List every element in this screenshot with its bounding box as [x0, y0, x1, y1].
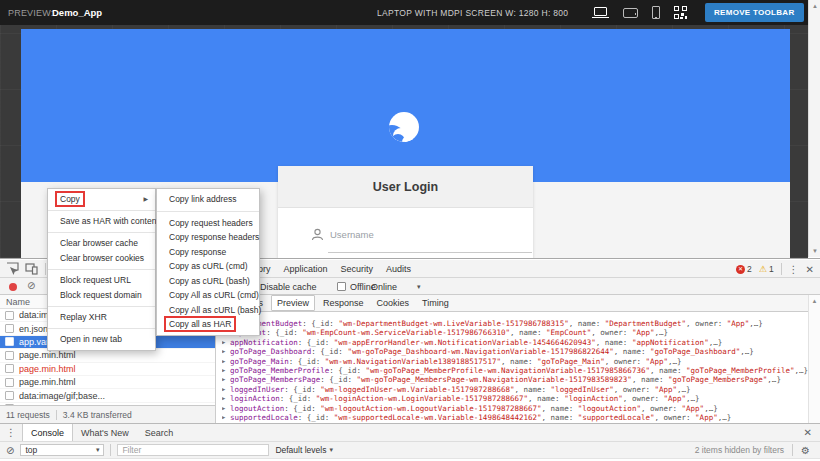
username-field[interactable]: Username	[330, 229, 374, 240]
menu-item-copy-all-as-curl-bash[interactable]: Copy All as cURL (bash)	[157, 303, 259, 318]
menu-item-label: Copy All as cURL (cmd)	[169, 290, 259, 300]
expand-icon[interactable]: ▶	[222, 413, 230, 422]
execution-context-select[interactable]: top ▾	[20, 444, 104, 456]
console-filter-input[interactable]	[117, 444, 269, 456]
expand-icon[interactable]: ▶	[222, 357, 230, 366]
menu-item-copy-link-address[interactable]: Copy link address	[157, 192, 259, 207]
phone-icon[interactable]	[652, 6, 660, 19]
qr-code-icon[interactable]	[674, 6, 687, 19]
network-request-row[interactable]: page.min.html	[0, 363, 215, 376]
menu-separator	[48, 269, 155, 270]
drawer-tab-console[interactable]: Console	[22, 424, 73, 442]
preview-object-line[interactable]: ▶goToPage_MemberProfile: {_id: "wm-goToP…	[222, 366, 808, 375]
tab-application[interactable]: Application	[284, 264, 328, 274]
request-tab-preview[interactable]: Preview	[271, 295, 315, 311]
expand-icon[interactable]: ▶	[222, 394, 230, 403]
close-drawer-icon[interactable]: ✕	[804, 427, 812, 438]
preview-object-line[interactable]: ▶goToPage_MembersPage: {_id: "wm-goToPag…	[222, 375, 808, 384]
preview-object-line[interactable]: ▶appNotification: {_id: "wm-appErrorHand…	[222, 338, 808, 347]
remove-toolbar-button[interactable]: REMOVE TOOLBAR	[705, 3, 804, 22]
menu-item-label: Replay XHR	[60, 312, 107, 322]
property-name: loginAction	[230, 394, 280, 403]
menu-item-clear-browser-cookies[interactable]: Clear browser cookies	[48, 251, 155, 266]
clear-network-icon[interactable]: ⊘	[27, 280, 35, 291]
network-request-row[interactable]: page.min.html	[0, 376, 215, 389]
record-network-icon[interactable]	[9, 283, 17, 291]
preview-object-line[interactable]: ▶supportedLocale: {_id: "wm-supportedLoc…	[222, 413, 808, 422]
menu-item-copy[interactable]: Copy▶	[48, 192, 155, 207]
warning-badge[interactable]: ⚠ 1	[759, 264, 774, 274]
property-name: loggedInUser	[230, 385, 284, 394]
drawer-tab-what-s-new[interactable]: What's New	[73, 424, 137, 442]
expand-icon[interactable]: ▶	[222, 375, 230, 384]
preview-object-line[interactable]: ▶loginAction: {_id: "wm-loginAction-wm.L…	[222, 394, 808, 403]
property-name: goToPage_MembersPage	[230, 375, 320, 384]
menu-item-copy-response-headers[interactable]: Copy response headers	[157, 230, 259, 245]
error-badge[interactable]: ✕ 2	[736, 264, 752, 274]
menu-item-copy-as-curl-cmd[interactable]: Copy as cURL (cmd)	[157, 259, 259, 274]
menu-item-block-request-domain[interactable]: Block request domain	[48, 288, 155, 303]
property-preview: : {_id: "wm-wm.NavigationVariable1389188…	[289, 357, 682, 366]
expand-icon[interactable]: ▶	[222, 404, 230, 413]
menu-separator	[157, 211, 259, 212]
expand-icon[interactable]: ▶	[222, 385, 230, 394]
preview-object-line[interactable]: ▶goToPage_Dashboard: {_id: "wm-goToPage_…	[222, 347, 808, 356]
property-preview: : {_id: "wm-goToPage_Dashboard-wm.Naviga…	[311, 347, 754, 356]
menu-item-copy-all-as-curl-cmd[interactable]: Copy All as cURL (cmd)	[157, 288, 259, 303]
scroll-down-icon[interactable]: ▼	[809, 245, 820, 257]
network-summary-bar: 11 requests 3.4 KB transferred	[0, 405, 215, 423]
console-settings-gear-icon[interactable]: ⚙	[801, 445, 810, 456]
warning-icon: ⚠	[759, 264, 767, 274]
screen-info: LAPTOP WITH MDPI SCREEN W: 1280 H: 800	[377, 8, 568, 18]
menu-item-copy-all-as-har[interactable]: Copy all as HAR	[157, 317, 259, 332]
menu-item-copy-as-curl-bash[interactable]: Copy as cURL (bash)	[157, 274, 259, 289]
preview-object-line[interactable]: ▶goToPage_Main: {_id: "wm-wm.NavigationV…	[222, 357, 808, 366]
more-options-icon[interactable]: ⋮	[789, 264, 799, 275]
menu-item-label: Copy as cURL (cmd)	[169, 261, 248, 271]
network-request-row[interactable]: page.min.html	[0, 349, 215, 362]
expand-icon[interactable]: ▶	[222, 338, 230, 347]
request-tab-response[interactable]: Response	[318, 296, 369, 310]
menu-item-save-as-har-with-content[interactable]: Save as HAR with content	[48, 214, 155, 229]
file-icon	[5, 378, 14, 387]
request-tab-cookies[interactable]: Cookies	[372, 296, 415, 310]
tab-audits[interactable]: Audits	[386, 264, 411, 274]
expand-icon[interactable]: ▶	[222, 366, 230, 375]
close-devtools-icon[interactable]: ✕	[806, 264, 814, 275]
scroll-up-icon[interactable]: ▲	[809, 296, 820, 307]
menu-item-open-in-new-tab[interactable]: Open in new tab	[48, 332, 155, 347]
request-name: page.min.html	[19, 364, 76, 374]
clear-console-icon[interactable]: ⊘	[6, 445, 14, 456]
drawer-menu-icon[interactable]: ⋮	[6, 427, 16, 438]
preview-object-line[interactable]: ▶DepartmentBudget: {_id: "wm-DepartmentB…	[222, 319, 808, 328]
menu-item-replay-xhr[interactable]: Replay XHR	[48, 310, 155, 325]
page-scrollbar[interactable]: ▲ ▼	[808, 0, 820, 257]
preview-object-line[interactable]: ▶EmpCount: {_id: "wm-EmpCount-wm.Service…	[222, 328, 808, 337]
request-tab-timing[interactable]: Timing	[417, 296, 454, 310]
expand-icon[interactable]: ▶	[222, 347, 230, 356]
property-name: logoutAction	[230, 404, 284, 413]
menu-item-clear-browser-cache[interactable]: Clear browser cache	[48, 236, 155, 251]
tablet-icon[interactable]	[623, 8, 638, 18]
chevron-down-icon: ▾	[96, 446, 100, 454]
file-icon	[5, 364, 14, 373]
inspect-element-icon[interactable]	[6, 262, 19, 275]
scroll-up-icon[interactable]: ▲	[809, 0, 820, 12]
warning-count: 1	[769, 264, 774, 274]
network-request-row[interactable]: data:image/gif;base...	[0, 389, 215, 402]
laptop-icon[interactable]	[592, 7, 609, 18]
preview-object-line[interactable]: ▶loggedInUser: {_id: "wm-loggedInUser-wm…	[222, 385, 808, 394]
preview-toolbar: PREVIEW: Demo_App LAPTOP WITH MDPI SCREE…	[0, 0, 808, 25]
menu-item-block-request-url[interactable]: Block request URL	[48, 273, 155, 288]
tab-security[interactable]: Security	[341, 264, 374, 274]
login-card: User Login Username	[278, 166, 533, 258]
device-toolbar-icon[interactable]	[25, 262, 38, 275]
preview-object-line[interactable]: ▶logoutAction: {_id: "wm-logoutAction-wm…	[222, 404, 808, 413]
throttling-dropdown[interactable]: Online ▾	[371, 278, 421, 295]
menu-item-label: Clear browser cookies	[60, 253, 144, 263]
drawer-tab-search[interactable]: Search	[137, 424, 182, 442]
checkbox-icon[interactable]	[337, 282, 346, 291]
log-levels-dropdown[interactable]: Default levels ▾	[275, 445, 333, 455]
menu-item-copy-request-headers[interactable]: Copy request headers	[157, 216, 259, 231]
menu-item-copy-response[interactable]: Copy response	[157, 245, 259, 260]
